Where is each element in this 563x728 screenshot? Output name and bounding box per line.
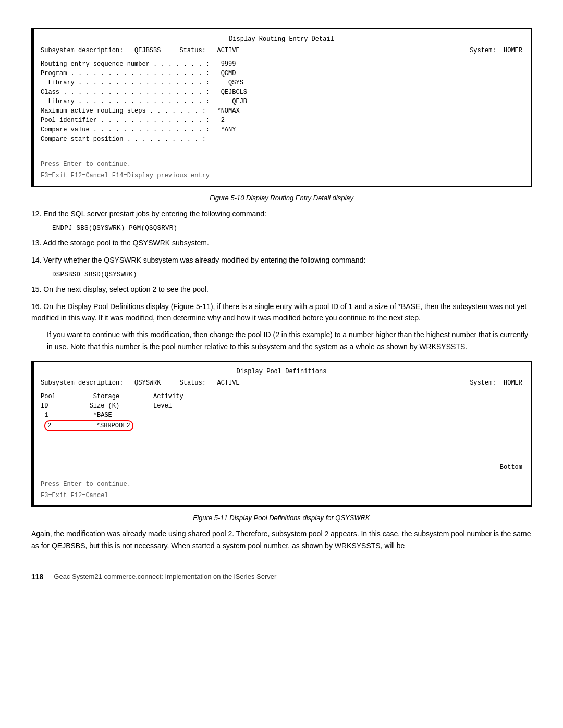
fig11-row2: 2 *SHRPOOL2 [41,420,522,431]
step14-text: Verify whether the QSYSWRK subsystem was… [43,256,365,264]
fig10-fkeys: F3=Exit F12=Cancel F14=Display previous … [41,171,522,180]
step15-text: On the next display, select option 2 to … [43,285,209,293]
step13: 13. Add the storage pool to the QSYSWRK … [31,237,532,249]
step16-extra: If you want to continue with this modifi… [47,329,532,352]
step14-code: DSPSBSD SBSD(QSYSWRK) [52,271,532,278]
fig10-system: System: HOMER [470,46,522,55]
fig11-press: Press Enter to continue. [41,479,522,489]
step13-text: Add the storage pool to the QSYSWRK subs… [43,239,209,247]
step12: 12. End the SQL server prestart jobs by … [31,208,532,219]
step15-num: 15. [31,285,41,293]
figure10-caption: Figure 5-10 Display Routing Entry Detail… [31,194,532,202]
fig11-bottom: Bottom [41,463,522,472]
fig11-row1: 1 *BASE [41,411,522,420]
page-footer: 118 Geac System21 commerce.connect: Impl… [31,567,532,581]
fig11-col-headers: Pool Storage Activity [41,392,522,401]
fig10-field-row: Compare value . . . . . . . . . . . . . … [41,125,522,134]
fig11-fkeys: F3=Exit F12=Cancel [41,491,522,500]
figure11-terminal: Display Pool Definitions Subsystem descr… [31,361,532,507]
fig11-table: Pool Storage Activity ID Size (K) Level … [41,392,522,431]
figure10-terminal: Display Routing Entry Detail Subsystem d… [31,28,532,187]
step12-num: 12. [31,209,41,218]
fig10-field-row: Library . . . . . . . . . . . . . . . . … [41,97,522,106]
fig10-field-row: Pool identifier . . . . . . . . . . . . … [41,116,522,125]
footer-text: Geac System21 commerce.connect: Implemen… [54,573,276,581]
fig10-field-row: Class . . . . . . . . . . . . . . . . . … [41,88,522,97]
fig10-field-row: Maximum active routing steps . . . . . .… [41,106,522,116]
figure10-title: Display Routing Entry Detail [41,34,522,44]
fig11-subsystem-row: Subsystem description: QSYSWRK Status: A… [41,378,240,388]
fig10-subsystem-row: Subsystem description: QEJBSBS Status: A… [41,46,240,55]
fig10-field-row: Program . . . . . . . . . . . . . . . . … [41,69,522,78]
step15: 15. On the next display, select option 2… [31,283,532,295]
step16: 16. On the Display Pool Definitions disp… [31,301,532,324]
figure11-title: Display Pool Definitions [41,367,522,376]
step12-code: ENDPJ SBS(QSYSWRK) PGM(QSQSRVR) [52,225,532,232]
step16-text: On the Display Pool Definitions display … [31,302,527,322]
step12-text: End the SQL server prestart jobs by ente… [43,209,266,218]
figure11-caption: Figure 5-11 Display Pool Definitions dis… [31,514,532,522]
fig10-fields: Routing entry sequence number . . . . . … [41,59,522,144]
body-paragraph: Again, the modification was already made… [31,528,532,551]
fig10-field-row: Routing entry sequence number . . . . . … [41,59,522,69]
fig10-field-row: Library . . . . . . . . . . . . . . . . … [41,78,522,88]
fig11-highlight: 2 *SHRPOOL2 [44,420,133,431]
fig10-field-row: Compare start position . . . . . . . . .… [41,134,522,144]
fig10-press: Press Enter to continue. [41,159,522,169]
fig11-system: System: HOMER [470,378,522,388]
step14-num: 14. [31,256,41,264]
step13-num: 13. [31,239,41,247]
step14: 14. Verify whether the QSYSWRK subsystem… [31,254,532,266]
step16-num: 16. [31,302,41,311]
page-number: 118 [31,573,43,581]
fig11-col-headers2: ID Size (K) Level [41,401,522,411]
